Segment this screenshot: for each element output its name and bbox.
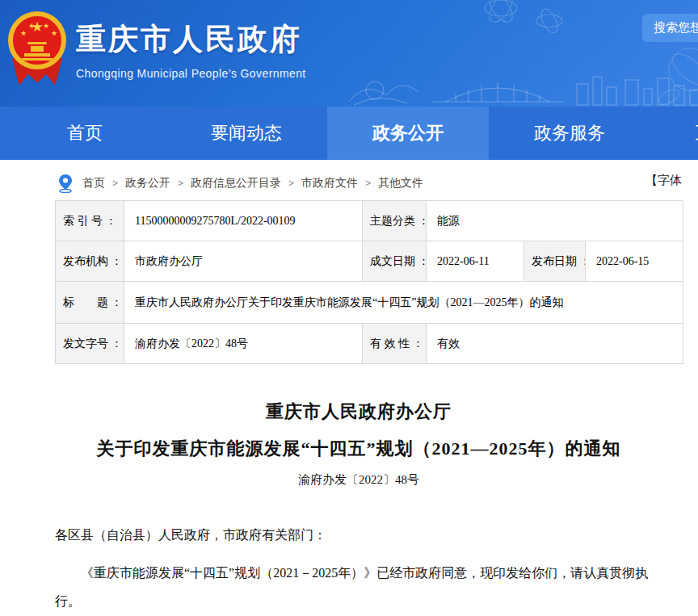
skyline-decoration-art: [347, 73, 698, 107]
search-input[interactable]: 搜索您想: [642, 14, 698, 42]
document-paragraph: 《重庆市能源发展“十四五”规划（2021－2025年）》已经市政府同意，现印发给…: [55, 559, 662, 615]
breadcrumb-item-gov-disclosure[interactable]: 政务公开: [125, 176, 170, 191]
flower-decoration-art-2: [651, 37, 698, 107]
table-row: 索 引 号 ： 11500000009275780L/2022-00109 主题…: [56, 201, 683, 241]
breadcrumb-item-info-catalog[interactable]: 政府信息公开目录: [191, 176, 281, 191]
document-metadata-table: 索 引 号 ： 11500000009275780L/2022-00109 主题…: [55, 200, 683, 364]
breadcrumb-item-other-docs[interactable]: 其他文件: [378, 176, 423, 191]
font-size-tool[interactable]: 【字体: [645, 173, 698, 188]
meta-index-label: 索 引 号 ：: [56, 201, 124, 241]
document-title-line1: 重庆市人民政府办公厅: [55, 400, 662, 424]
emblem-small-star-icon: ★: [20, 30, 27, 37]
search-placeholder-text: 搜索您想: [654, 20, 698, 36]
meta-date-written-label: 成文日期 ：: [363, 241, 427, 282]
page-root: ★ ★ ★ ★ ★ 重庆市人民政府 Chongqing Municipal Pe…: [0, 0, 698, 616]
table-row: 发布机构 ： 市政府办公厅 成文日期 ： 2022-06-11 发布日期 ： 2…: [56, 241, 683, 282]
emblem-small-star-icon: ★: [51, 30, 57, 37]
meta-issuer-label: 发布机构 ：: [56, 241, 124, 282]
nav-items-container: 首页 要闻动态 政务公开 政务服务 互动交流: [4, 107, 698, 160]
emblem-gate: [31, 46, 44, 52]
document-number: 渝府办发〔2022〕48号: [55, 472, 662, 488]
meta-validity-value: 有效: [427, 324, 683, 364]
meta-date-written-value: 2022-06-11: [427, 241, 524, 282]
nav-item-news[interactable]: 要闻动态: [166, 107, 327, 160]
site-subtitle-en: Chongqing Municipal People’s Government: [76, 67, 306, 80]
document-title-line2: 关于印发重庆市能源发展“十四五”规划（2021—2025年）的通知: [55, 437, 662, 461]
document-content: 重庆市人民政府办公厅 关于印发重庆市能源发展“十四五”规划（2021—2025年…: [55, 400, 662, 615]
site-header: ★ ★ ★ ★ ★ 重庆市人民政府 Chongqing Municipal Pe…: [0, 0, 698, 107]
location-pin-icon: [58, 174, 73, 193]
emblem-disc: ★ ★ ★ ★ ★: [8, 11, 66, 69]
nav-item-home[interactable]: 首页: [4, 107, 166, 160]
meta-validity-label: 有 效 性 ：: [363, 324, 427, 364]
emblem-gate: [24, 53, 50, 57]
meta-date-published-value: 2022-06-15: [586, 241, 683, 282]
meta-doc-no-value: 渝府办发〔2022〕48号: [124, 324, 363, 364]
site-title: 重庆市人民政府: [76, 19, 306, 60]
flower-decoration-art: [452, 0, 582, 45]
emblem-small-star-icon: ★: [43, 23, 49, 30]
nav-item-interaction[interactable]: 互动交流: [650, 107, 698, 160]
site-branding[interactable]: 重庆市人民政府 Chongqing Municipal People’s Gov…: [76, 19, 306, 80]
emblem-gate: [21, 58, 53, 61]
table-row: 发文字号 ： 渝府办发〔2022〕48号 有 效 性 ： 有效: [56, 324, 683, 364]
meta-title-label: 标 题 ：: [56, 282, 124, 324]
nav-item-gov-disclosure[interactable]: 政务公开: [327, 107, 489, 160]
meta-category-label: 主题分类 ：: [363, 201, 427, 241]
meta-issuer-value: 市政府办公厅: [124, 241, 363, 282]
breadcrumb-separator: >: [288, 178, 294, 189]
nav-item-gov-services[interactable]: 政务服务: [489, 107, 650, 160]
breadcrumb-separator: >: [112, 178, 118, 189]
breadcrumb-separator: >: [178, 178, 183, 189]
emblem-gate: [27, 42, 47, 44]
emblem-small-star-icon: ★: [28, 23, 35, 30]
meta-doc-no-label: 发文字号 ：: [56, 324, 124, 364]
document-salutation: 各区县（自治县）人民政府，市政府有关部门：: [55, 525, 662, 546]
meta-category-value: 能源: [427, 201, 683, 241]
breadcrumb-item-home[interactable]: 首页: [82, 176, 105, 191]
meta-title-value: 重庆市人民政府办公厅关于印发重庆市能源发展“十四五”规划（2021—2025年）…: [124, 282, 683, 324]
main-navigation: 首页 要闻动态 政务公开 政务服务 互动交流: [0, 107, 698, 160]
national-emblem-logo[interactable]: ★ ★ ★ ★ ★: [6, 10, 68, 90]
meta-index-value: 11500000009275780L/2022-00109: [124, 201, 363, 241]
breadcrumb-separator: >: [365, 178, 371, 189]
meta-date-published-label: 发布日期 ：: [524, 241, 586, 282]
breadcrumb-item-city-gov-docs[interactable]: 市政府文件: [301, 176, 358, 191]
table-row: 标 题 ： 重庆市人民政府办公厅关于印发重庆市能源发展“十四五”规划（2021—…: [56, 282, 683, 324]
breadcrumb: 首页 > 政务公开 > 政府信息公开目录 > 市政府文件 > 其他文件 【字体: [0, 171, 698, 195]
